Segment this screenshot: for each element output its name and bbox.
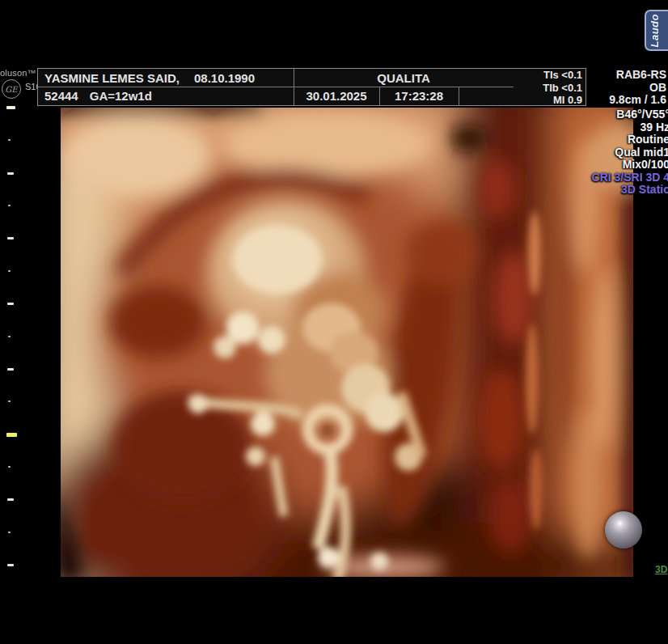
patient-id-field: 52444GA=12w1d bbox=[44, 89, 152, 103]
ruler-tick bbox=[8, 139, 11, 141]
focus-marker bbox=[6, 433, 17, 437]
param-cri-sri: CRI 3/SRI 3D 4 bbox=[592, 172, 668, 184]
ultrasound-screen: Laudo oluson™ GE S10 YASMINE LEMES SAID,… bbox=[0, 0, 668, 644]
ruler-tick bbox=[8, 205, 11, 206]
mode-3d-indicator[interactable]: 3D bbox=[655, 564, 667, 575]
application-preset: OB bbox=[589, 82, 666, 95]
ruler-tick bbox=[7, 237, 14, 239]
ruler-tick bbox=[7, 564, 14, 566]
ruler-tick bbox=[7, 368, 14, 371]
exam-date-field: 30.01.2025 bbox=[294, 89, 379, 103]
header-divider bbox=[38, 87, 514, 87]
ruler-tick bbox=[6, 106, 15, 109]
param-mix: Mix0/100 bbox=[592, 159, 668, 172]
ruler-tick bbox=[8, 466, 11, 468]
fetus-3d-render bbox=[61, 108, 633, 577]
image-parameters: B46°/V55° 39 Hz Routine Qual mid1 Mix0/1… bbox=[592, 108, 668, 197]
param-preset: Routine bbox=[592, 133, 668, 146]
header-divider bbox=[459, 87, 459, 105]
probe-name: RAB6-RS bbox=[589, 69, 666, 82]
ruler-tick bbox=[7, 172, 14, 175]
probe-info: RAB6-RS OB 9.8cm / 1.6 bbox=[589, 68, 666, 106]
ruler-tick bbox=[8, 336, 11, 337]
safety-indices: TIs <0.1 TIb <0.1 MI 0.9 bbox=[469, 68, 582, 106]
mi-value: MI 0.9 bbox=[469, 94, 582, 107]
patient-dob: 08.10.1990 bbox=[194, 71, 255, 85]
gestational-age: GA=12w1d bbox=[90, 89, 152, 103]
ruler-tick bbox=[8, 400, 11, 402]
exam-time-field: 17:23:28 bbox=[379, 89, 459, 103]
depth-frequency: 9.8cm / 1.6 bbox=[589, 94, 666, 107]
trackball-cursor bbox=[605, 511, 642, 549]
ruler-tick bbox=[8, 532, 11, 533]
param-angles: B46°/V55° bbox=[592, 108, 668, 121]
tab-laudo[interactable]: Laudo bbox=[645, 10, 668, 51]
param-quality: Qual mid1 bbox=[592, 146, 668, 159]
tis-value: TIs <0.1 bbox=[469, 69, 582, 82]
ruler-tick bbox=[7, 303, 14, 305]
ultrasound-render-area bbox=[61, 108, 633, 577]
param-3d-static: 3D Static bbox=[592, 184, 668, 197]
param-framerate: 39 Hz bbox=[592, 121, 668, 134]
patient-name-field: YASMINE LEMES SAID,08.10.1990 bbox=[44, 71, 255, 85]
tab-laudo-label: Laudo bbox=[649, 14, 661, 48]
tib-value: TIb <0.1 bbox=[469, 82, 582, 95]
depth-ruler bbox=[0, 0, 19, 644]
ruler-tick bbox=[7, 498, 14, 501]
ruler-tick bbox=[8, 270, 11, 272]
